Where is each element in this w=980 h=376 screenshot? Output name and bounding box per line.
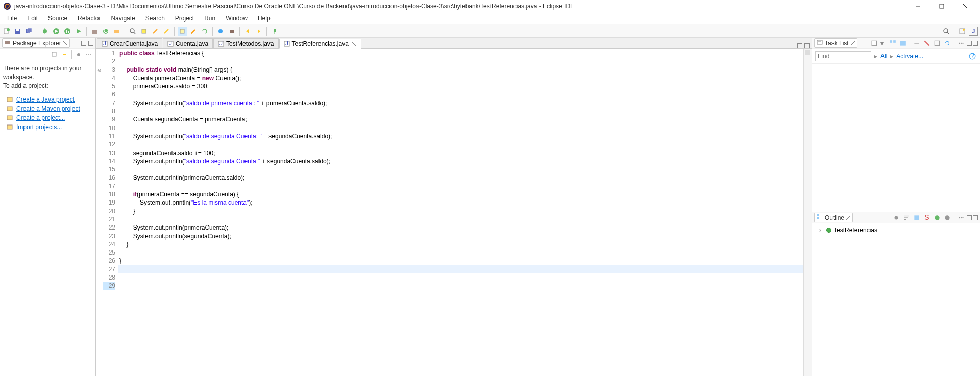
- menu-project[interactable]: Project: [170, 14, 199, 23]
- close-view-icon[interactable]: [63, 40, 67, 47]
- toggle-mark-icon[interactable]: [139, 27, 149, 36]
- view-menu-icon[interactable]: [957, 39, 966, 48]
- open-type-icon[interactable]: [112, 27, 121, 36]
- all-filter-link[interactable]: All: [880, 53, 887, 60]
- breakpoint-icon[interactable]: [216, 27, 225, 36]
- new-package-icon[interactable]: [90, 27, 99, 36]
- pin-icon[interactable]: [270, 27, 279, 36]
- svg-marker-35: [258, 29, 260, 33]
- maximize-view-icon[interactable]: [973, 215, 978, 220]
- project-link[interactable]: Import projects...: [6, 123, 92, 131]
- maximize-view-icon[interactable]: [973, 41, 978, 46]
- hide-icon[interactable]: [922, 39, 932, 48]
- java-perspective-icon[interactable]: J: [969, 27, 978, 36]
- menu-search[interactable]: Search: [140, 14, 170, 23]
- svg-rect-69: [872, 41, 876, 45]
- focus-outline-icon[interactable]: [892, 213, 901, 222]
- link-label[interactable]: Create a Java project: [16, 96, 75, 103]
- link-label[interactable]: Import projects...: [16, 123, 62, 131]
- minimize-view-icon[interactable]: [81, 41, 86, 46]
- close-view-icon[interactable]: [851, 40, 855, 47]
- close-button[interactable]: [953, 0, 977, 12]
- coverage-icon[interactable]: [63, 27, 72, 36]
- project-link[interactable]: Create a Maven project: [6, 105, 92, 112]
- wand-icon[interactable]: [151, 27, 160, 36]
- link-editor-icon[interactable]: [60, 50, 69, 59]
- close-view-icon[interactable]: [846, 214, 850, 221]
- menu-window[interactable]: Window: [220, 14, 253, 23]
- save-all-icon[interactable]: [24, 27, 34, 36]
- activate-link[interactable]: Activate...: [896, 53, 923, 60]
- run-last-icon[interactable]: [74, 27, 83, 36]
- expand-icon[interactable]: ›: [819, 227, 824, 234]
- outline-item[interactable]: ›TestReferencias: [815, 225, 977, 235]
- editor-body[interactable]: ⊖ 12345678910111213141516171819202122232…: [96, 49, 812, 376]
- collapse-icon[interactable]: [933, 39, 942, 48]
- editor-tab[interactable]: JTestMetodos.java: [213, 38, 278, 48]
- maximize-view-icon[interactable]: [88, 41, 93, 46]
- svg-point-38: [944, 29, 948, 33]
- minimize-button[interactable]: [906, 0, 930, 12]
- nav-back-icon[interactable]: [243, 27, 252, 36]
- search-access-icon[interactable]: [942, 27, 951, 36]
- highlight-icon[interactable]: [178, 27, 187, 36]
- view-menu-icon[interactable]: [84, 50, 93, 59]
- view-menu-icon[interactable]: [957, 213, 966, 222]
- editor-tab[interactable]: JCuenta.java: [163, 38, 213, 48]
- task-find-input[interactable]: [815, 51, 871, 61]
- categorize-icon[interactable]: [888, 39, 897, 48]
- filter-static-icon[interactable]: S: [922, 213, 932, 222]
- minimize-view-icon[interactable]: [967, 41, 972, 46]
- link-label[interactable]: Create a Maven project: [16, 105, 80, 112]
- menu-run[interactable]: Run: [199, 14, 220, 23]
- nav-forward-icon[interactable]: [254, 27, 263, 36]
- sort-icon[interactable]: [902, 213, 911, 222]
- debug-icon[interactable]: [40, 27, 50, 36]
- focus-task-icon[interactable]: [912, 39, 921, 48]
- help-icon[interactable]: ?: [968, 52, 977, 61]
- code-text-area[interactable]: public class TestReferencias { public st…: [118, 49, 803, 376]
- dropdown-arrow-icon[interactable]: ▾: [880, 40, 884, 47]
- refresh-icon[interactable]: [200, 27, 209, 36]
- maximize-button[interactable]: [930, 0, 953, 12]
- menubar: FileEditSourceRefactorNavigateSearchProj…: [0, 12, 980, 24]
- filter-fields-icon[interactable]: [912, 213, 921, 222]
- focus-icon[interactable]: [74, 50, 83, 59]
- svg-point-0: [4, 3, 11, 10]
- svg-text:J: J: [169, 41, 172, 47]
- minimize-view-icon[interactable]: [967, 215, 972, 220]
- schedule-icon[interactable]: [898, 39, 908, 48]
- svg-point-93: [961, 217, 962, 218]
- new-icon[interactable]: [2, 27, 11, 36]
- link-label[interactable]: Create a project...: [16, 114, 65, 121]
- collapse-all-icon[interactable]: [50, 50, 59, 59]
- vertical-scrollbar[interactable]: [803, 49, 812, 376]
- editor-tab[interactable]: JTestReferencias.java: [279, 39, 361, 49]
- project-link[interactable]: Create a Java project: [6, 96, 92, 103]
- menu-navigate[interactable]: Navigate: [106, 14, 140, 23]
- run-icon[interactable]: [52, 27, 61, 36]
- wand2-icon[interactable]: [162, 27, 171, 36]
- menu-help[interactable]: Help: [253, 14, 276, 23]
- maximize-editor-icon[interactable]: [804, 43, 810, 48]
- sync-icon[interactable]: [943, 39, 952, 48]
- menu-refactor[interactable]: Refactor: [72, 14, 106, 23]
- filter-local-icon[interactable]: [943, 213, 952, 222]
- menu-source[interactable]: Source: [43, 14, 72, 23]
- minimize-editor-icon[interactable]: [797, 43, 802, 48]
- new-class-icon[interactable]: C: [101, 27, 110, 36]
- pencil-icon[interactable]: [189, 27, 198, 36]
- editor-tab[interactable]: JCrearCuenta.java: [97, 38, 162, 48]
- ant-icon[interactable]: [227, 27, 236, 36]
- close-tab-icon[interactable]: [352, 41, 357, 46]
- search-icon[interactable]: [128, 27, 137, 36]
- project-link[interactable]: Create a project...: [6, 114, 92, 121]
- filter-nonpublic-icon[interactable]: [933, 213, 942, 222]
- new-task-icon[interactable]: [870, 39, 879, 48]
- menu-file[interactable]: File: [2, 14, 22, 23]
- svg-rect-53: [7, 116, 12, 120]
- svg-rect-70: [890, 40, 892, 43]
- menu-edit[interactable]: Edit: [22, 14, 43, 23]
- save-icon[interactable]: [13, 27, 22, 36]
- open-perspective-icon[interactable]: [958, 27, 967, 36]
